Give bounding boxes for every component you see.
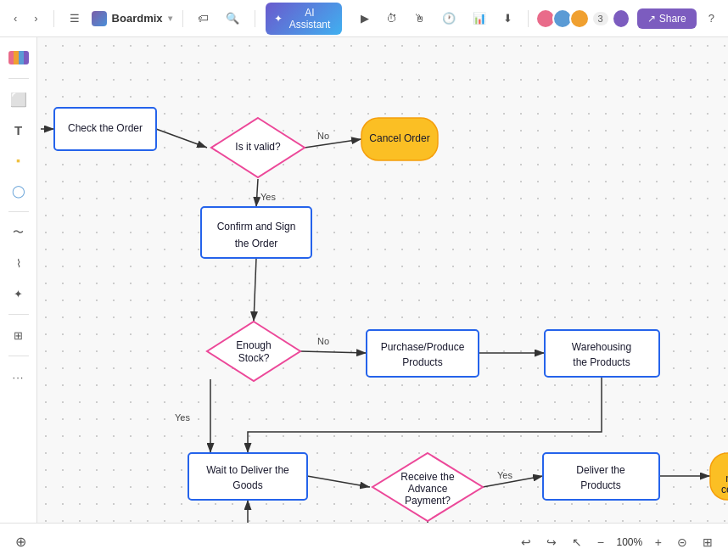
pen-tool-button[interactable]: 〜	[5, 219, 32, 246]
label-yes-confirm: Yes	[260, 192, 276, 202]
topbar: ‹ › ☰ Boardmix ▾ 🏷 🔍 ✦ AI Assistant ▶ ⏱ …	[0, 0, 728, 37]
sticky-note-button[interactable]: ▪	[5, 147, 32, 174]
clock-button[interactable]: 🕐	[437, 8, 461, 28]
share-label: Share	[659, 13, 686, 25]
chart-button[interactable]: 📊	[468, 8, 491, 28]
frame-tool-button[interactable]: ⬜	[5, 86, 32, 113]
back-button[interactable]: ‹	[8, 8, 22, 28]
svg-rect-26	[543, 453, 659, 500]
select-button[interactable]: ↖	[567, 532, 587, 552]
svg-text:Is it valid?: Is it valid?	[235, 141, 281, 153]
svg-text:Enough: Enough	[236, 339, 271, 351]
edge-stock-purchase	[300, 351, 367, 353]
zoom-out-button[interactable]: −	[592, 532, 609, 552]
node-enough-stock[interactable]: Enough Stock?	[207, 322, 300, 381]
svg-text:Products: Products	[580, 479, 620, 491]
node-receive-payment[interactable]: Receive the Advance Payment?	[372, 453, 483, 521]
tag-button[interactable]: 🏷	[193, 8, 214, 28]
svg-text:the Products: the Products	[573, 356, 630, 368]
lt-separator-4	[8, 356, 29, 356]
separator-1	[53, 10, 54, 27]
flowchart-svg: No Yes No Yes Yes No	[37, 37, 728, 523]
canvas[interactable]: No Yes No Yes Yes No	[37, 37, 728, 523]
node-purchase-produce[interactable]: Purchase/Produce Products	[367, 330, 479, 377]
label-no-cancel: No	[317, 131, 329, 141]
svg-text:Wait to Deliver the: Wait to Deliver the	[206, 464, 289, 476]
shape-tool-button[interactable]: ◯	[5, 177, 32, 204]
svg-text:the Order: the Order	[235, 238, 278, 249]
forward-button[interactable]: ›	[29, 8, 42, 28]
svg-text:ceive Pro-: ceive Pro-	[721, 484, 728, 496]
node-deliver-products[interactable]: Deliver the Products	[543, 453, 659, 500]
svg-text:Payment?: Payment?	[405, 495, 451, 507]
edge-wait-receive	[307, 476, 370, 487]
text-tool-button[interactable]: T	[5, 116, 32, 143]
edge-confirm-stock	[254, 258, 256, 322]
zoom-group: − 100% +	[592, 532, 667, 552]
undo-button[interactable]: ↩	[516, 532, 536, 552]
play-button[interactable]: ▶	[356, 8, 374, 28]
svg-text:Purchase/Produce: Purchase/Produce	[381, 341, 465, 353]
left-toolbar: ⬜ T ▪ ◯ 〜 ⌇ ✦ ⊞ ···	[0, 37, 37, 523]
svg-rect-13	[367, 330, 479, 377]
node-confirm-sign[interactable]: Confirm and Sign the Order	[201, 207, 311, 258]
svg-text:Advance: Advance	[408, 483, 448, 495]
app-logo: Boardmix ▾	[92, 11, 172, 26]
node-warehousing[interactable]: Warehousing the Products	[545, 330, 659, 377]
timer-button[interactable]: ⏱	[381, 8, 402, 28]
color-swatch	[8, 51, 29, 64]
search-button[interactable]: 🔍	[221, 8, 244, 28]
ai-assistant-button[interactable]: ✦ AI Assistant	[266, 3, 341, 35]
svg-text:Check the Order: Check the Order	[68, 122, 143, 134]
svg-text:Confirm and Sign: Confirm and Sign	[217, 221, 296, 232]
svg-text:Stock?: Stock?	[238, 352, 270, 364]
separator-2	[182, 10, 183, 27]
svg-text:Warehousing: Warehousing	[572, 341, 631, 353]
download-button[interactable]: ⬇	[498, 8, 518, 28]
share-icon: ↗	[647, 13, 656, 25]
fit-button[interactable]: ⊝	[672, 532, 692, 552]
bottombar: ⊕ ↩ ↪ ↖ − 100% + ⊝ ⊞	[0, 523, 728, 560]
table-tool-button[interactable]: ⊞	[5, 322, 32, 349]
edge-warehouse-wait	[248, 377, 602, 453]
label-yes-wait: Yes	[175, 412, 190, 423]
current-user-avatar	[612, 8, 630, 29]
user-count-badge: 3	[593, 12, 608, 25]
sparkle-tool-button[interactable]: ✦	[5, 280, 32, 307]
node-check-order[interactable]: Check the Order	[54, 108, 156, 150]
connector-tool-button[interactable]: ⌇	[5, 249, 32, 277]
label-yes-deliver: Yes	[497, 470, 512, 480]
redo-button[interactable]: ↪	[541, 532, 562, 552]
avatar-group: 3	[539, 8, 608, 29]
color-palette-button[interactable]	[5, 44, 32, 71]
lt-separator-3	[8, 314, 29, 315]
svg-text:Receive the: Receive the	[400, 471, 455, 483]
edge-check-valid	[156, 129, 207, 148]
add-page-button[interactable]: ⊕	[10, 530, 31, 553]
svg-rect-19	[188, 453, 307, 500]
app-title: Boardmix	[112, 12, 163, 25]
map-button[interactable]: ⊞	[697, 532, 718, 552]
share-button[interactable]: ↗ Share	[637, 8, 697, 29]
svg-text:Goods: Goods	[232, 479, 262, 491]
flowchart-container: No Yes No Yes Yes No	[37, 37, 728, 523]
help-button[interactable]: ?	[703, 8, 720, 28]
edge-valid-confirm	[256, 179, 258, 207]
menu-button[interactable]: ☰	[64, 8, 85, 28]
node-wait-deliver[interactable]: Wait to Deliver the Goods	[188, 453, 307, 500]
svg-text:Cancel Order: Cancel Order	[369, 132, 429, 144]
separator-3	[255, 10, 255, 27]
node-is-valid[interactable]: Is it valid?	[211, 118, 305, 177]
zoom-in-button[interactable]: +	[650, 532, 667, 552]
edge-valid-cancel	[305, 139, 361, 148]
node-customer-receive[interactable]: Custo- mer Re- ceive Pro-	[710, 453, 728, 500]
node-cancel-order[interactable]: Cancel Order	[361, 118, 438, 160]
pointer-button[interactable]: 🖱	[409, 8, 430, 28]
more-tools-button[interactable]: ···	[5, 363, 32, 390]
ai-label: AI Assistant	[286, 7, 333, 31]
lt-separator-2	[8, 211, 29, 212]
label-no-purchase: No	[317, 336, 329, 346]
ai-icon: ✦	[274, 13, 283, 25]
avatar-3	[569, 8, 590, 29]
separator-4	[528, 10, 529, 27]
